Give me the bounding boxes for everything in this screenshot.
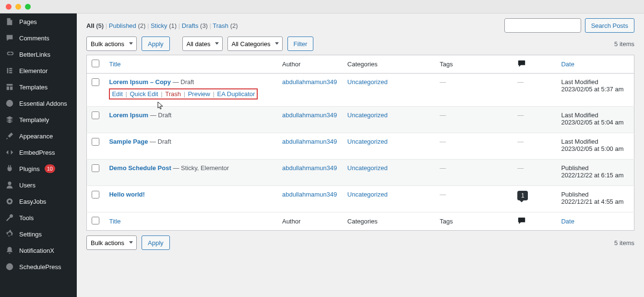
column-author-bottom: Author [277, 212, 343, 231]
ea-icon [5, 99, 14, 108]
items-count-bottom: 5 items [614, 239, 634, 247]
sidebar-item-templates[interactable]: Templates [0, 79, 77, 95]
row-action-preview[interactable]: Preview [188, 90, 210, 98]
sidebar-item-users[interactable]: Users [0, 177, 77, 193]
author-link[interactable]: abdullahmamun349 [282, 164, 337, 172]
sort-title-bottom[interactable]: Title [109, 218, 120, 225]
sidebar-item-schedulepress[interactable]: SchedulePress [0, 259, 77, 275]
sidebar-item-templately[interactable]: Templately [0, 111, 77, 128]
sidebar-item-label: Pages [19, 18, 37, 25]
select-all-checkbox-top[interactable] [92, 60, 99, 67]
close-window-dot[interactable] [6, 4, 12, 10]
bulk-apply-button-top[interactable]: Apply [142, 37, 170, 51]
sidebar-item-essentialaddons[interactable]: Essential Addons [0, 95, 77, 111]
sidebar-item-comments[interactable]: Comments [0, 30, 77, 46]
update-count-badge: 10 [45, 164, 55, 173]
comments-icon[interactable] [517, 62, 526, 69]
row-checkbox[interactable] [92, 138, 99, 146]
status-filter-sticky[interactable]: Sticky (1) [151, 22, 177, 29]
author-link[interactable]: abdullahmamun349 [282, 111, 337, 119]
column-tags: Tags [435, 55, 513, 74]
sort-title[interactable]: Title [109, 61, 120, 68]
column-tags-bottom: Tags [435, 212, 513, 231]
sidebar-item-label: Plugins [19, 165, 40, 173]
elementor-icon [5, 66, 14, 75]
date-status: Published [561, 191, 629, 198]
plug-icon [5, 164, 14, 173]
status-filter-count: (5) [96, 22, 104, 29]
category-link[interactable]: Uncategorized [347, 138, 388, 145]
sidebar-item-label: Settings [19, 231, 42, 238]
app-window: PagesCommentsBetterLinksElementorTemplat… [0, 0, 644, 297]
sidebar-item-label: Users [19, 182, 36, 189]
search-posts-button[interactable]: Search Posts [585, 18, 634, 33]
sidebar-item-betterlinks[interactable]: BetterLinks [0, 46, 77, 62]
sidebar-item-elementor[interactable]: Elementor [0, 62, 77, 79]
bulk-apply-button-bottom[interactable]: Apply [142, 235, 170, 250]
tags-cell: — [440, 164, 446, 172]
bulk-actions-select-bottom[interactable]: Bulk actions [86, 235, 137, 250]
row-checkbox[interactable] [92, 78, 99, 86]
filter-button[interactable]: Filter [287, 37, 314, 51]
sort-date[interactable]: Date [561, 61, 574, 68]
status-filter-count: (2) [230, 22, 238, 29]
post-title-link[interactable]: Demo Schedule Post [109, 164, 171, 172]
row-action-edit[interactable]: Edit [112, 90, 122, 98]
sidebar-item-plugins[interactable]: Plugins10 [0, 161, 77, 177]
minimize-window-dot[interactable] [15, 4, 21, 10]
sidebar-item-notificationx[interactable]: NotificationX [0, 242, 77, 259]
search-input[interactable] [504, 18, 581, 33]
category-link[interactable]: Uncategorized [347, 78, 388, 86]
row-action-ea-duplicator[interactable]: EA Duplicator [217, 90, 255, 98]
templately-icon [5, 115, 14, 124]
date-filter-select[interactable]: All dates [182, 37, 223, 51]
maximize-window-dot[interactable] [25, 4, 31, 10]
status-filter-trash[interactable]: Trash (2) [213, 22, 238, 29]
sidebar-item-easyjobs[interactable]: EasyJobs [0, 193, 77, 210]
row-checkbox[interactable] [92, 191, 99, 198]
post-state: — Draft [148, 111, 171, 119]
row-action-quick-edit[interactable]: Quick Edit [130, 90, 158, 98]
row-action-trash[interactable]: Trash [165, 90, 181, 98]
category-link[interactable]: Uncategorized [347, 164, 388, 172]
tags-cell: — [440, 111, 446, 119]
column-categories-bottom: Categories [343, 212, 435, 231]
sort-date-bottom[interactable]: Date [561, 218, 574, 225]
bulk-actions-select[interactable]: Bulk actions [86, 37, 137, 51]
table-row: Lorem Ipsum – Copy — DraftEdit | Quick E… [87, 74, 634, 107]
post-title-link[interactable]: Lorem Ipsum – Copy [109, 78, 171, 86]
post-title-link[interactable]: Lorem Ipsum [109, 111, 148, 119]
comment-count-bubble[interactable]: 1 [517, 191, 528, 200]
table-row: Lorem Ipsum — Draftabdullahmamun349Uncat… [87, 107, 634, 133]
date-status: Last Modified [561, 78, 629, 86]
category-link[interactable]: Uncategorized [347, 111, 388, 119]
post-title-link[interactable]: Sample Page [109, 138, 148, 145]
status-filter-published[interactable]: Published (2) [109, 22, 146, 29]
user-icon [5, 180, 14, 190]
author-link[interactable]: abdullahmamun349 [282, 138, 337, 145]
table-row: Sample Page — Draftabdullahmamun349Uncat… [87, 133, 634, 160]
author-link[interactable]: abdullahmamun349 [282, 78, 337, 86]
sidebar-item-label: Templately [19, 116, 49, 124]
select-all-checkbox-bottom[interactable] [92, 217, 99, 224]
status-filter-all[interactable]: All (5) [86, 22, 104, 29]
sidebar-item-settings[interactable]: Settings [0, 226, 77, 242]
row-checkbox[interactable] [92, 111, 99, 119]
bell-icon [5, 246, 14, 255]
sidebar-item-embedpress[interactable]: EmbedPress [0, 144, 77, 161]
sidebar-item-tools[interactable]: Tools [0, 210, 77, 226]
post-title-link[interactable]: Hello world! [109, 191, 144, 198]
sidebar-item-appearance[interactable]: Appearance [0, 128, 77, 144]
author-link[interactable]: abdullahmamun349 [282, 191, 337, 198]
filter-bar: Bulk actions Apply All dates All Categor… [86, 37, 634, 51]
category-link[interactable]: Uncategorized [347, 191, 388, 198]
sidebar-item-pages[interactable]: Pages [0, 13, 77, 30]
comments-icon-bottom[interactable] [517, 219, 526, 226]
row-checkbox[interactable] [92, 164, 99, 172]
category-filter-select[interactable]: All Categories [227, 37, 283, 51]
comments-cell: — [517, 111, 524, 119]
date-time: 2023/02/05 at 5:37 am [561, 86, 629, 93]
posts-table: Title Author Categories Tags Date Lorem … [86, 55, 634, 231]
status-filter-drafts[interactable]: Drafts (3) [182, 22, 208, 29]
tags-cell: — [440, 138, 446, 145]
